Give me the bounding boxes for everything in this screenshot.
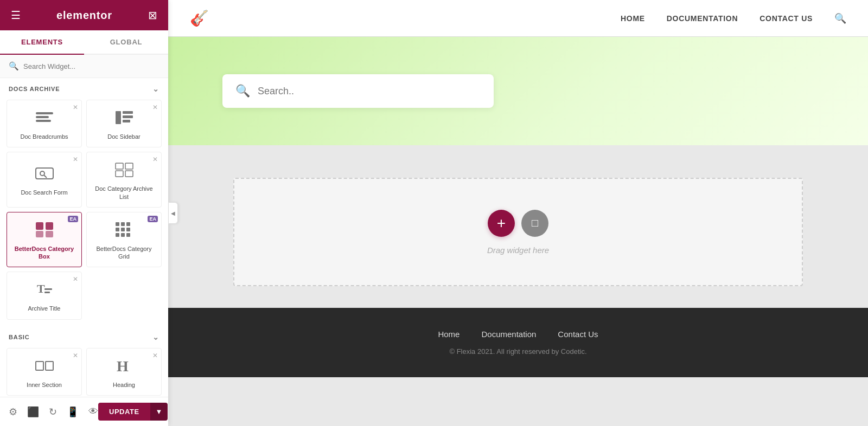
delete-icon: ✕ — [73, 104, 78, 111]
svg-rect-20 — [126, 222, 130, 226]
nav-home-link[interactable]: HOME — [621, 14, 645, 23]
delete-icon: ✕ — [73, 156, 78, 163]
search-input[interactable] — [23, 62, 159, 70]
history-icon[interactable]: ↻ — [49, 406, 57, 418]
svg-rect-26 — [126, 233, 130, 237]
category-box-icon — [35, 221, 54, 241]
drop-zone-buttons: + □ — [488, 210, 548, 237]
svg-rect-14 — [36, 222, 43, 230]
svg-rect-31 — [46, 362, 53, 370]
tab-elements[interactable]: ELEMENTS — [0, 30, 84, 55]
svg-rect-19 — [121, 222, 125, 226]
widget-label-doc-category-archive-list: Doc Category Archive List — [91, 185, 157, 201]
category-grid-icon — [114, 221, 134, 241]
delete-icon: ✕ — [152, 104, 158, 111]
svg-rect-25 — [121, 233, 125, 237]
widget-label-doc-sidebar: Doc Sidebar — [107, 133, 141, 140]
section-docs-archive[interactable]: DOCS ARCHIVE ⌄ — [0, 78, 168, 98]
svg-text:H: H — [117, 358, 129, 375]
chevron-down-icon: ⌄ — [152, 333, 159, 341]
ea-badge: EA — [148, 216, 158, 222]
hero-search-input[interactable] — [258, 86, 481, 97]
widget-archive-title[interactable]: ✕ T Archive Title — [7, 272, 82, 319]
search-icon: 🔍 — [9, 61, 19, 71]
footer-copyright: © Flexia 2021. All right reserved by Cod… — [222, 347, 814, 356]
widget-betterdocs-category-box[interactable]: EA BetterDocs Category Box — [7, 212, 82, 268]
svg-rect-13 — [125, 171, 133, 177]
svg-rect-4 — [123, 111, 133, 114]
drop-hint-text: Drag widget here — [487, 246, 549, 255]
chevron-down-icon: ⌄ — [152, 85, 159, 93]
widget-label-archive-title: Archive Title — [28, 305, 61, 312]
svg-rect-18 — [116, 222, 119, 226]
topbar-search-icon[interactable]: 🔍 — [834, 12, 846, 24]
breadcrumbs-icon — [35, 109, 54, 128]
svg-rect-28 — [44, 288, 52, 290]
widget-label-betterdocs-category-grid: BetterDocs Category Grid — [91, 245, 157, 261]
widget-label-heading: Heading — [113, 381, 135, 389]
hamburger-menu-icon[interactable]: ☰ — [11, 9, 21, 22]
svg-rect-6 — [123, 120, 130, 122]
sidebar-collapse-handle[interactable]: ◀ — [168, 202, 178, 224]
preview-icon[interactable]: 👁 — [88, 406, 98, 417]
widget-label-doc-search-form: Doc Search Form — [21, 189, 67, 196]
delete-icon: ✕ — [73, 352, 78, 359]
canvas: 🔍 + □ Drag widget here Home Documentatio… — [168, 37, 868, 426]
nav-documentation-link[interactable]: DOCUMENTATION — [667, 14, 738, 23]
footer-nav-contact[interactable]: Contact Us — [558, 330, 598, 339]
brand-logo: elementor — [56, 9, 112, 22]
sidebar-header: ☰ elementor ⊠ — [0, 0, 168, 30]
top-bar: 🎸 Home HOME DOCUMENTATION CONTACT US 🔍 — [168, 0, 868, 37]
widget-doc-search-form[interactable]: ✕ Doc Search Form — [7, 152, 82, 208]
category-list-icon — [114, 161, 134, 180]
footer-nav-home[interactable]: Home — [438, 330, 459, 339]
sidebar: ☰ elementor ⊠ ELEMENTS GLOBAL 🔍 DOCS ARC… — [0, 0, 168, 426]
heading-icon: H — [114, 357, 134, 377]
update-button[interactable]: UPDATE — [98, 403, 150, 421]
svg-rect-0 — [36, 112, 53, 114]
svg-text:T: T — [37, 282, 45, 295]
tab-global[interactable]: GLOBAL — [84, 30, 168, 54]
section-basic[interactable]: BASIC ⌄ — [0, 326, 168, 346]
update-arrow-button[interactable]: ▼ — [150, 403, 168, 421]
widget-doc-breadcrumbs[interactable]: ✕ Doc Breadcrumbs — [7, 100, 82, 147]
svg-rect-30 — [36, 362, 43, 370]
responsive-icon[interactable]: 📱 — [67, 406, 79, 418]
svg-point-8 — [40, 171, 44, 176]
delete-icon: ✕ — [152, 352, 158, 359]
grid-icon[interactable]: ⊠ — [148, 9, 157, 22]
widget-betterdocs-category-grid[interactable]: EA BetterDocs Category Grid — [86, 212, 162, 268]
settings-icon[interactable]: ⚙ — [9, 406, 17, 418]
section-basic-label: BASIC — [9, 334, 30, 340]
logo-area: 🎸 — [190, 9, 209, 27]
add-section-button[interactable]: + — [488, 210, 515, 237]
collapse-arrow-icon: ◀ — [171, 210, 175, 216]
section-docs-archive-label: DOCS ARCHIVE — [9, 86, 60, 92]
footer-nav-documentation[interactable]: Documentation — [481, 330, 536, 339]
logo-guitar-icon: 🎸 — [190, 9, 209, 27]
footer-section: Home Documentation Contact Us © Flexia 2… — [168, 308, 868, 377]
delete-icon: ✕ — [73, 275, 78, 283]
widget-doc-sidebar[interactable]: ✕ Doc Sidebar — [86, 100, 162, 147]
drop-zone-content: + □ Drag widget here — [487, 210, 549, 255]
search-form-icon — [35, 165, 54, 184]
nav-contact-link[interactable]: CONTACT US — [760, 14, 813, 23]
sidebar-bottom-toolbar: ⚙ ⬛ ↻ 📱 👁 UPDATE ▼ — [0, 397, 168, 426]
add-template-button[interactable]: □ — [521, 210, 548, 237]
hero-section: 🔍 — [168, 37, 868, 145]
sidebar-tabs: ELEMENTS GLOBAL — [0, 30, 168, 55]
svg-rect-15 — [46, 222, 53, 230]
svg-line-9 — [44, 175, 47, 178]
svg-rect-5 — [123, 115, 133, 118]
hero-search-box: 🔍 — [222, 74, 494, 108]
svg-rect-23 — [126, 228, 130, 231]
widget-doc-category-archive-list[interactable]: ✕ Doc Category Archive List — [86, 152, 162, 208]
widget-label-inner-section: Inner Section — [27, 381, 62, 389]
widget-inner-section[interactable]: ✕ Inner Section — [7, 348, 82, 396]
widget-heading[interactable]: ✕ H Heading — [86, 348, 162, 396]
svg-rect-22 — [121, 228, 125, 231]
layers-icon[interactable]: ⬛ — [27, 406, 39, 418]
archive-title-icon: T — [35, 281, 54, 300]
hero-search-icon: 🔍 — [235, 84, 250, 98]
ea-badge: EA — [68, 216, 78, 222]
